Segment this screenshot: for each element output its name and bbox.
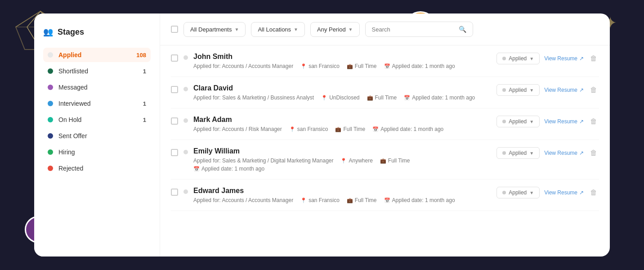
table-row: Edward James Applied for: Accounts / Acc… (171, 180, 599, 211)
stages-icon: 👥 (43, 27, 53, 37)
location-icon: 📍 (340, 158, 347, 164)
applied-for: Applied for: Accounts / Accounts Manager (193, 197, 293, 203)
location-icon: 📍 (289, 126, 295, 132)
row-status-dot-1 (183, 87, 188, 91)
candidate-info-2: Mark Adam Applied for: Accounts / Risk M… (193, 116, 491, 132)
sidebar-item-on-hold[interactable]: On Hold 1 (43, 112, 151, 127)
view-resume-btn-2[interactable]: View Resume ↗ (544, 118, 584, 125)
row-checkbox-3[interactable] (171, 149, 178, 156)
status-dot-sm-3 (502, 151, 506, 155)
candidate-jobtype: 💼 Full Time (347, 197, 377, 203)
stage-dot-hiring (48, 149, 53, 155)
status-badge-0[interactable]: Applied ▼ (496, 53, 540, 64)
external-link-icon-3: ↗ (579, 150, 584, 156)
candidate-date: 📅 Applied date: 1 month ago (384, 197, 455, 203)
candidate-applied-for: Applied for: Accounts / Risk Manager 📍 s… (193, 126, 491, 132)
briefcase-icon: 💼 (367, 95, 373, 101)
stage-dot-applied (48, 52, 53, 58)
row-checkbox-0[interactable] (171, 54, 178, 62)
delete-btn-0[interactable]: 🗑 (588, 53, 599, 64)
stage-label-hiring: Hiring (58, 148, 146, 156)
status-dot-sm-4 (502, 191, 506, 194)
candidate-jobtype: 💼 Full Time (347, 63, 377, 69)
candidate-jobtype: 💼 Full Time (380, 158, 410, 164)
calendar-icon-extra: 📅 (193, 166, 200, 172)
sidebar: 👥 Stages Applied 108 Shortlisted 1 Messa… (34, 14, 160, 256)
candidate-info-1: Clara David Applied for: Sales & Marketi… (193, 84, 491, 101)
sidebar-item-interviewed[interactable]: Interviewed 1 (43, 96, 151, 111)
delete-btn-1[interactable]: 🗑 (588, 84, 599, 96)
status-chevron-3: ▼ (529, 151, 534, 156)
status-badge-1[interactable]: Applied ▼ (496, 84, 540, 96)
location-icon: 📍 (300, 198, 307, 203)
departments-filter[interactable]: All Departments ▼ (183, 22, 246, 37)
status-dot-sm-1 (502, 88, 506, 92)
view-resume-label-1: View Resume (544, 87, 577, 93)
view-resume-btn-3[interactable]: View Resume ↗ (544, 150, 584, 156)
candidate-location: 📍 san Fransico (289, 126, 328, 132)
status-chevron-2: ▼ (529, 119, 534, 124)
sidebar-item-hiring[interactable]: Hiring (43, 145, 151, 159)
sidebar-item-messaged[interactable]: Messaged (43, 80, 151, 94)
status-badge-2[interactable]: Applied ▼ (496, 116, 540, 127)
table-row: Emily William Applied for: Sales & Marke… (171, 140, 599, 180)
stage-label-messaged: Messaged (58, 84, 146, 91)
candidate-applied-for: Applied for: Sales & Marketing / Bussine… (193, 94, 491, 101)
sidebar-item-shortlisted[interactable]: Shortlisted 1 (43, 64, 151, 78)
candidate-name: Emily William (193, 147, 491, 155)
calendar-icon: 📅 (404, 95, 410, 101)
candidate-date-extra: 📅 Applied date: 1 month ago (193, 166, 264, 172)
row-checkbox-2[interactable] (171, 117, 178, 125)
stage-count-applied: 108 (136, 52, 146, 58)
view-resume-btn-1[interactable]: View Resume ↗ (544, 87, 584, 93)
candidate-location: 📍 UnDisclosed (321, 94, 359, 101)
sidebar-item-rejected[interactable]: Rejected (43, 161, 151, 176)
locations-filter[interactable]: All Locations ▼ (251, 22, 305, 37)
stage-label-shortlisted: Shortlisted (58, 68, 143, 75)
search-input[interactable] (372, 26, 455, 33)
external-link-icon-2: ↗ (579, 118, 584, 125)
row-checkbox-4[interactable] (171, 189, 178, 196)
view-resume-btn-4[interactable]: View Resume ↗ (544, 189, 584, 196)
stage-label-interviewed: Interviewed (58, 100, 143, 107)
status-label-3: Applied (509, 150, 527, 156)
delete-btn-3[interactable]: 🗑 (588, 147, 599, 159)
stage-dot-sent-offer (48, 133, 53, 139)
sidebar-item-sent-offer[interactable]: Sent Offer (43, 129, 151, 143)
candidate-name: Mark Adam (193, 116, 491, 124)
status-badge-3[interactable]: Applied ▼ (496, 147, 540, 159)
search-box[interactable]: 🔍 (365, 22, 473, 37)
delete-btn-4[interactable]: 🗑 (588, 187, 599, 198)
row-status-dot-3 (183, 150, 188, 154)
toolbar: All Departments ▼ All Locations ▼ Any Pe… (160, 14, 610, 45)
stage-count-shortlisted: 1 (143, 68, 146, 75)
status-chevron-1: ▼ (529, 88, 534, 93)
location-icon: 📍 (300, 63, 307, 69)
candidate-meta-extra: 📅 Applied date: 1 month ago (193, 166, 491, 172)
briefcase-icon: 💼 (380, 158, 386, 164)
applied-for: Applied for: Accounts / Accounts Manager (193, 63, 293, 69)
briefcase-icon: 💼 (347, 198, 353, 203)
sidebar-header: 👥 Stages (43, 27, 151, 37)
stage-dot-shortlisted (48, 68, 53, 74)
row-checkbox-1[interactable] (171, 86, 178, 93)
view-resume-label-4: View Resume (544, 189, 577, 196)
search-icon: 🔍 (459, 26, 466, 33)
briefcase-icon: 💼 (347, 63, 353, 69)
candidate-date: 📅 Applied date: 1 month ago (372, 126, 443, 132)
departments-label: All Departments (190, 26, 232, 33)
sidebar-item-applied[interactable]: Applied 108 (43, 48, 151, 62)
select-all-checkbox[interactable] (171, 26, 178, 33)
sidebar-title: Stages (58, 27, 84, 37)
candidate-jobtype: 💼 Full Time (367, 94, 397, 101)
delete-btn-2[interactable]: 🗑 (588, 116, 599, 127)
candidate-name: John Smith (193, 53, 491, 61)
status-badge-4[interactable]: Applied ▼ (496, 187, 540, 198)
period-filter[interactable]: Any Period ▼ (310, 22, 360, 37)
applied-for: Applied for: Sales & Marketing / Bussine… (193, 94, 314, 101)
calendar-icon: 📅 (384, 198, 390, 203)
view-resume-btn-0[interactable]: View Resume ↗ (544, 55, 584, 62)
status-chevron-4: ▼ (529, 190, 534, 195)
candidate-info-0: John Smith Applied for: Accounts / Accou… (193, 53, 491, 69)
period-chevron: ▼ (349, 27, 353, 32)
